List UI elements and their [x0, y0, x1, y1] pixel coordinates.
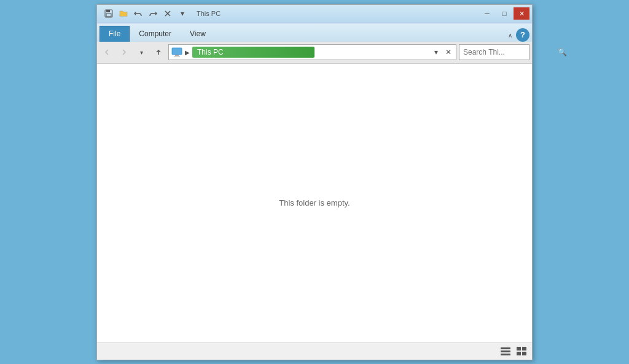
- svg-rect-14: [522, 352, 526, 355]
- close-button[interactable]: ✕: [514, 7, 529, 20]
- qa-redo-btn[interactable]: [146, 7, 160, 20]
- svg-rect-8: [501, 347, 510, 349]
- address-separator: ▶: [185, 49, 190, 56]
- svg-rect-10: [501, 354, 510, 355]
- svg-rect-7: [174, 56, 180, 56]
- qa-folder-btn[interactable]: [117, 7, 130, 20]
- up-button[interactable]: [151, 45, 166, 60]
- qa-save-btn[interactable]: [102, 7, 115, 20]
- svg-rect-12: [522, 347, 526, 350]
- address-close-button[interactable]: ✕: [443, 47, 453, 57]
- address-pc-icon: [171, 47, 182, 57]
- svg-rect-1: [106, 10, 110, 12]
- address-dropdown-button[interactable]: ▾: [431, 47, 441, 57]
- tab-view[interactable]: View: [181, 26, 215, 42]
- detail-view-button[interactable]: [499, 344, 512, 358]
- svg-rect-13: [517, 352, 521, 355]
- qa-undo-btn[interactable]: [131, 7, 145, 20]
- search-box: 🔍: [459, 44, 529, 60]
- minimize-button[interactable]: ─: [479, 7, 495, 20]
- empty-folder-message: This folder is empty.: [279, 198, 350, 207]
- maximize-button[interactable]: □: [496, 7, 512, 20]
- main-content: This folder is empty.: [97, 64, 532, 343]
- svg-rect-6: [175, 55, 179, 56]
- title-bar-left: ▾ This PC: [102, 7, 221, 20]
- quick-access-toolbar: ▾: [102, 7, 189, 20]
- title-bar: ▾ This PC ─ □ ✕: [97, 5, 532, 23]
- tile-view-button[interactable]: [515, 344, 528, 358]
- qa-delete-btn[interactable]: [161, 7, 174, 20]
- ribbon-tabs: File Computer View ∧ ?: [97, 23, 532, 42]
- tab-file[interactable]: File: [100, 26, 130, 42]
- svg-rect-2: [106, 14, 111, 17]
- address-bar[interactable]: ▶ This PC ▾ ✕: [168, 44, 456, 60]
- search-input[interactable]: [463, 48, 555, 56]
- qa-more-btn[interactable]: ▾: [176, 7, 189, 20]
- svg-rect-11: [517, 347, 521, 350]
- window-title: This PC: [197, 10, 221, 17]
- status-bar: [97, 343, 532, 360]
- svg-rect-9: [501, 350, 510, 352]
- explorer-window: ▾ This PC ─ □ ✕ File Computer View ∧ ?: [96, 4, 533, 360]
- forward-button[interactable]: [117, 45, 131, 60]
- svg-rect-5: [172, 48, 182, 55]
- tab-computer[interactable]: Computer: [130, 26, 181, 42]
- search-icon[interactable]: 🔍: [558, 48, 567, 56]
- address-location: This PC: [192, 47, 314, 58]
- expand-button[interactable]: ▾: [134, 45, 149, 60]
- ribbon-collapse-button[interactable]: ∧: [504, 29, 516, 42]
- back-button[interactable]: [100, 45, 114, 60]
- help-button[interactable]: ?: [516, 28, 529, 42]
- toolbar-row: ▾ ▶ This PC ▾ ✕ 🔍: [97, 42, 532, 64]
- window-controls: ─ □ ✕: [479, 7, 529, 20]
